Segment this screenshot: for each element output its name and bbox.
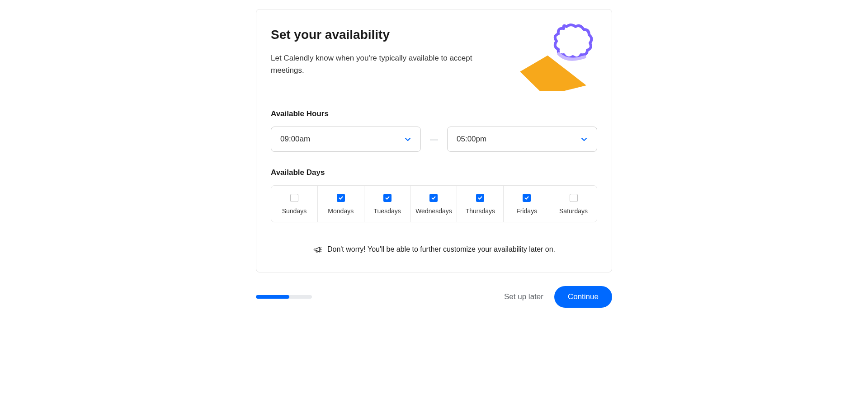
day-toggle[interactable]: Sundays [271,186,318,222]
day-toggle[interactable]: Saturdays [550,186,597,222]
availability-illustration [512,14,603,91]
info-text: Don't worry! You'll be able to further c… [327,245,555,253]
available-hours-row: 09:00am — 05:00pm [271,127,597,152]
day-label: Tuesdays [374,207,401,215]
info-row: Don't worry! You'll be able to further c… [271,245,597,254]
day-toggle[interactable]: Mondays [318,186,364,222]
day-toggle[interactable]: Wednesdays [411,186,458,222]
available-hours-label: Available Hours [271,109,597,118]
checkbox-checked-icon [337,194,345,202]
end-time-value: 05:00pm [457,135,486,144]
day-toggle[interactable]: Thursdays [457,186,504,222]
day-toggle[interactable]: Tuesdays [364,186,411,222]
day-label: Saturdays [559,207,588,215]
day-label: Sundays [282,207,307,215]
day-label: Mondays [328,207,354,215]
page-title: Set your availability [271,28,597,42]
checkbox-checked-icon [429,194,438,202]
checkbox-unchecked-icon [290,194,298,202]
megaphone-icon [313,245,322,254]
time-range-separator: — [430,135,438,144]
day-label: Thursdays [466,207,495,215]
start-time-select[interactable]: 09:00am [271,127,421,152]
day-label: Fridays [516,207,537,215]
progress-bar [256,295,312,299]
continue-button[interactable]: Continue [554,286,612,308]
page-subtitle: Let Calendly know when you're typically … [271,52,479,76]
footer-row: Set up later Continue [256,286,612,308]
card-header: Set your availability Let Calendly know … [256,9,612,91]
checkbox-checked-icon [476,194,484,202]
chevron-down-icon [404,136,411,143]
end-time-select[interactable]: 05:00pm [447,127,597,152]
chevron-down-icon [580,136,588,143]
day-label: Wednesdays [415,207,452,215]
available-days-label: Available Days [271,168,597,177]
set-up-later-button[interactable]: Set up later [504,292,543,301]
checkbox-checked-icon [523,194,531,202]
footer-actions: Set up later Continue [504,286,612,308]
day-toggle[interactable]: Fridays [504,186,550,222]
checkbox-unchecked-icon [570,194,578,202]
checkbox-checked-icon [383,194,392,202]
start-time-value: 09:00am [280,135,310,144]
progress-fill [256,295,289,299]
available-days-grid: SundaysMondaysTuesdaysWednesdaysThursday… [271,185,597,222]
card-body: Available Hours 09:00am — 05:00pm Availa… [256,91,612,272]
availability-card: Set your availability Let Calendly know … [256,9,612,272]
